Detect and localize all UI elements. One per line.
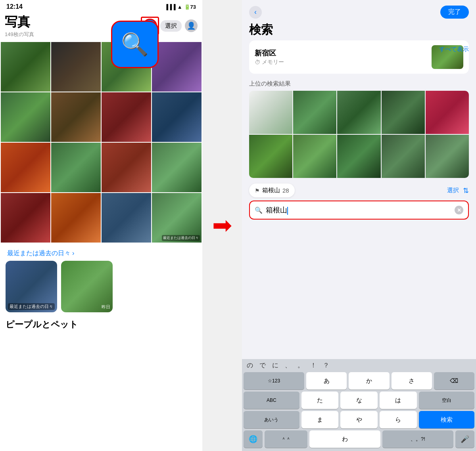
kb-key-abc[interactable]: ABC: [244, 392, 299, 409]
kb-key-punctuation[interactable]: 、。?!: [382, 430, 453, 448]
result-cell[interactable]: [293, 91, 336, 134]
kb-key-backspace[interactable]: ⌫: [434, 372, 474, 390]
quick-key-no[interactable]: の: [247, 361, 253, 370]
kb-key-a[interactable]: あ: [306, 372, 347, 390]
keyboard-row-3: あいう ま や ら 検索: [244, 411, 474, 428]
select-button[interactable]: 選択: [160, 20, 182, 32]
result-cell[interactable]: [382, 91, 425, 134]
people-section-title: ピープルとペット: [0, 317, 202, 334]
keyboard-bottom-row: 🌐 ＾＾ わ 、。?! 🎤: [244, 430, 474, 448]
photo-cell[interactable]: [51, 42, 101, 92]
clear-button[interactable]: ✕: [455, 206, 463, 214]
battery-icon: 🔋73: [184, 4, 196, 10]
photo-cell[interactable]: [152, 92, 202, 142]
kb-key-ra[interactable]: ら: [380, 411, 417, 428]
quick-key-period[interactable]: 。: [298, 361, 304, 370]
status-bar: 12:14 ▐▐▐ ▲ 🔋73: [0, 0, 202, 12]
result-cell[interactable]: [337, 135, 380, 178]
photo-cell[interactable]: [102, 143, 151, 192]
memory-date-2: 昨日: [102, 304, 110, 310]
done-button[interactable]: 完了: [440, 6, 469, 19]
quick-key-ni[interactable]: に: [272, 361, 278, 370]
kb-key-ya[interactable]: や: [340, 411, 378, 428]
suggestion-text: 新宿区 ⏱ メモリー: [255, 48, 284, 66]
search-input[interactable]: 箱根山: [266, 205, 455, 215]
results-grid: [249, 91, 469, 178]
photo-cell[interactable]: [1, 42, 50, 92]
signal-icon: ▐▐▐: [165, 4, 176, 10]
photo-cell[interactable]: [102, 92, 151, 142]
arrow-icon: ➡: [212, 214, 232, 237]
result-cell[interactable]: [426, 135, 469, 178]
search-input-wrap: 🔍 箱根山 ✕: [249, 201, 469, 220]
select-small-button[interactable]: 選択: [447, 187, 459, 194]
result-cell[interactable]: [426, 91, 469, 134]
quick-key-comma[interactable]: 、: [285, 361, 291, 370]
result-cell[interactable]: [382, 135, 425, 178]
kb-key-mic[interactable]: 🎤: [455, 430, 474, 448]
left-panel: 12:14 ▐▐▐ ▲ 🔋73 写真 149枚の写真 🔍 選択 👤 🔍: [0, 0, 202, 451]
kb-key-space[interactable]: 空白: [419, 392, 475, 409]
photo-grid: 最近または過去の日々: [0, 41, 202, 243]
photo-cell[interactable]: [51, 193, 101, 243]
result-cell[interactable]: [337, 91, 380, 134]
kb-key-search[interactable]: 検索: [419, 411, 475, 428]
photo-cell[interactable]: [51, 143, 101, 192]
kb-key-wa[interactable]: わ: [309, 430, 380, 448]
top-bar: 写真 149枚の写真 🔍 選択 👤: [0, 12, 202, 41]
keyboard-row-2: ABC た な は 空白: [244, 392, 474, 409]
photo-cell[interactable]: [1, 143, 50, 192]
memory-card-2[interactable]: 昨日: [61, 261, 113, 312]
kb-key-sa[interactable]: さ: [392, 372, 432, 390]
kb-key-ta[interactable]: た: [301, 392, 339, 409]
suggestion-sub: ⏱ メモリー: [255, 59, 284, 66]
result-cell[interactable]: [249, 91, 292, 134]
avatar[interactable]: 👤: [185, 19, 198, 32]
kb-key-ma[interactable]: ま: [301, 411, 339, 428]
kb-key-ka[interactable]: か: [349, 372, 389, 390]
sort-icon[interactable]: ⇅: [463, 186, 469, 195]
search-suggestion-chip[interactable]: ⚑ 箱根山 28: [249, 183, 295, 197]
memory-card-1[interactable]: 最近または過去の日々: [6, 261, 57, 312]
suggestion-bar: ⚑ 箱根山 28 選択 ⇅: [249, 183, 469, 197]
photo-cell[interactable]: [152, 42, 202, 92]
status-time: 12:14: [6, 3, 23, 10]
search-icon-small: 🔍: [255, 206, 263, 214]
chip-count: 28: [282, 187, 289, 194]
location-icon: ⚑: [255, 187, 260, 194]
right-actions: 選択 ⇅: [447, 186, 469, 195]
photos-count: 149枚の写真: [5, 31, 34, 38]
big-search-icon: 🔍: [121, 31, 149, 57]
suggestion-card[interactable]: 新宿区 ⏱ メモリー: [249, 40, 469, 74]
kb-key-123[interactable]: ☆123: [244, 372, 304, 390]
right-top-bar: ‹ 完了: [242, 0, 476, 22]
kb-key-ha[interactable]: は: [380, 392, 417, 409]
quick-row: の で に 、 。 ！ ？: [244, 361, 474, 372]
quick-key-question[interactable]: ？: [323, 361, 329, 370]
wifi-icon: ▲: [177, 4, 182, 10]
recent-section-title: 最近または過去の日々›: [0, 243, 202, 261]
search-highlight-overlay: 🔍: [111, 21, 159, 68]
right-panel: ‹ 完了 検索 すべて表示 新宿区 ⏱ メモリー 上位の検索結果: [242, 0, 476, 451]
search-heading: 検索: [249, 22, 469, 38]
keyboard: の で に 、 。 ！ ？ ☆123 あ か さ ⌫ ABC た な は 空白 …: [242, 359, 476, 451]
quick-key-excl[interactable]: ！: [310, 361, 317, 370]
right-content: 検索 すべて表示 新宿区 ⏱ メモリー 上位の検索結果: [242, 22, 476, 359]
photo-cell[interactable]: [1, 92, 50, 142]
chip-text: 箱根山: [262, 187, 280, 194]
photo-cell[interactable]: [152, 143, 202, 192]
photo-cell[interactable]: [1, 193, 50, 243]
result-cell[interactable]: [249, 135, 292, 178]
photo-cell[interactable]: [51, 92, 101, 142]
photo-cell[interactable]: 最近または過去の日々: [152, 193, 202, 243]
kb-key-na[interactable]: な: [340, 392, 378, 409]
kb-key-globe[interactable]: 🌐: [244, 430, 263, 448]
result-cell[interactable]: [293, 135, 336, 178]
show-all-button[interactable]: すべて表示: [439, 46, 469, 53]
kb-key-caret[interactable]: ＾＾: [265, 430, 307, 448]
photo-cell[interactable]: [102, 193, 151, 243]
app-title: 写真 149枚の写真: [5, 13, 34, 38]
quick-key-de[interactable]: で: [259, 361, 266, 370]
back-button[interactable]: ‹: [249, 6, 262, 19]
kb-key-aiueo[interactable]: あいう: [244, 411, 299, 428]
